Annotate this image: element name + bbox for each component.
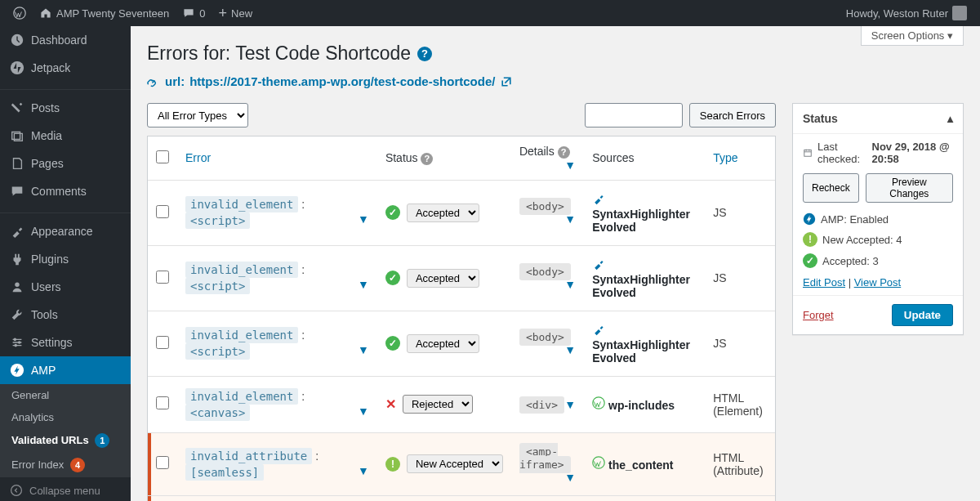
errors-table: Error Status ? Details ?▼ Sources Type i… (147, 136, 776, 501)
url-link[interactable]: https://2017-theme.amp-wp.org/test-code-… (189, 74, 495, 88)
col-sources: Sources (584, 136, 705, 181)
expand-row-toggle[interactable]: ▼ (358, 343, 369, 356)
sidebar-sub-error-index[interactable]: Error Index 4 (0, 453, 131, 477)
svg-point-8 (11, 485, 22, 496)
row-checkbox[interactable] (156, 456, 169, 469)
sidebar-item-amp[interactable]: AMP (0, 356, 131, 384)
row-checkbox[interactable] (156, 336, 169, 349)
sidebar-sub-validated-urls[interactable]: Validated URLs 1 (0, 428, 131, 453)
error-code: invalid_element (185, 327, 298, 343)
error-element: <script> (185, 278, 250, 294)
plugin-icon (592, 323, 605, 336)
last-checked: Last checked: Nov 29, 2018 @ 20:58 (803, 141, 953, 165)
sidebar-item-comments[interactable]: Comments (0, 177, 131, 205)
wordpress-icon (592, 456, 605, 469)
forget-link[interactable]: Forget (803, 309, 834, 321)
view-post-link[interactable]: View Post (854, 276, 902, 289)
error-element: <script> (185, 343, 250, 360)
howdy-user[interactable]: Howdy, Weston Ruter (840, 0, 973, 26)
error-code: invalid_element (185, 196, 298, 212)
sidebar-item-dashboard[interactable]: Dashboard (0, 26, 131, 54)
link-icon (147, 75, 160, 88)
error-element: <script> (185, 212, 250, 229)
status-select[interactable]: Accepted (407, 269, 479, 288)
wp-logo[interactable] (7, 0, 33, 26)
svg-point-2 (11, 61, 24, 74)
alert-icon: ! (385, 457, 400, 472)
amp-icon (803, 212, 816, 226)
row-checkbox[interactable] (156, 396, 169, 409)
new-accepted-icon: ! (803, 232, 817, 247)
row-checkbox[interactable] (156, 205, 169, 218)
error-element: <canvas> (185, 405, 250, 421)
search-errors-button[interactable]: Search Errors (689, 103, 776, 127)
error-code: invalid_element (185, 262, 298, 278)
site-home[interactable]: AMP Twenty Seventeen (33, 0, 176, 26)
comments-bubble[interactable]: 0 (176, 0, 212, 26)
preview-changes-button[interactable]: Preview Changes (866, 173, 953, 203)
svg-point-3 (15, 283, 19, 287)
status-select[interactable]: New Accepted (407, 454, 503, 473)
table-row: invalid_element : <canvas>▼✕Rejected<div… (148, 377, 775, 433)
expand-details-toggle[interactable]: ▼ (564, 398, 576, 411)
status-select[interactable]: Accepted (407, 334, 479, 353)
external-link-icon[interactable] (500, 75, 513, 88)
error-code: invalid_attribute (185, 448, 312, 464)
source-name: SyntaxHighlighter Evolved (592, 338, 690, 365)
error-type: HTML (Element) (705, 377, 775, 433)
detail-tag: <body> (519, 198, 571, 215)
sidebar-sub-analytics[interactable]: Analytics (0, 406, 131, 428)
update-button[interactable]: Update (892, 304, 953, 326)
sidebar-item-settings[interactable]: Settings (0, 329, 131, 356)
sidebar-item-pages[interactable]: Pages (0, 150, 131, 177)
svg-rect-13 (804, 150, 811, 156)
detail-tag: <div> (519, 396, 564, 414)
error-type: JS (705, 181, 775, 246)
error-type-filter[interactable]: All Error Types (147, 103, 248, 127)
expand-row-toggle[interactable]: ▼ (358, 278, 369, 291)
badge-count: 4 (70, 458, 85, 472)
sidebar-item-users[interactable]: Users (0, 273, 131, 301)
svg-point-4 (14, 338, 17, 342)
detail-tag: <amp-iframe> (519, 443, 571, 473)
row-checkbox[interactable] (156, 271, 169, 284)
expand-row-toggle[interactable]: ▼ (358, 405, 369, 418)
sidebar-item-plugins[interactable]: Plugins (0, 245, 131, 273)
search-input[interactable] (585, 103, 683, 127)
recheck-button[interactable]: Recheck (803, 173, 859, 203)
source-name: wp-includes (608, 399, 675, 412)
source-name: the_content (608, 459, 673, 472)
sidebar-item-appearance[interactable]: Appearance (0, 217, 131, 245)
plugin-icon (592, 192, 605, 205)
error-type: HTML (Attribute) (705, 433, 775, 496)
select-all-checkbox[interactable] (156, 150, 169, 163)
sidebar-sub-general[interactable]: General (0, 384, 131, 406)
sidebar-item-tools[interactable]: Tools (0, 301, 131, 329)
status-select[interactable]: Rejected (403, 395, 473, 414)
source-name: SyntaxHighlighter Evolved (592, 208, 690, 234)
sidebar-item-jetpack[interactable]: Jetpack (0, 54, 131, 82)
x-icon: ✕ (385, 396, 396, 412)
error-type: JS (705, 246, 775, 311)
status-select[interactable]: Accepted (407, 204, 479, 222)
status-panel: Status▴ Last checked: Nov 29, 2018 @ 20:… (792, 103, 964, 335)
sidebar-item-posts[interactable]: Posts (0, 94, 131, 122)
badge-count: 1 (95, 433, 109, 448)
help-icon[interactable]: ? (421, 153, 433, 165)
expand-row-toggle[interactable]: ▼ (358, 464, 369, 477)
new-content[interactable]: +New (212, 0, 260, 26)
svg-point-6 (14, 344, 17, 347)
panel-toggle[interactable]: ▴ (947, 112, 953, 125)
expand-row-toggle[interactable]: ▼ (358, 212, 369, 226)
help-icon[interactable]: ? (417, 47, 432, 61)
collapse-menu[interactable]: Collapse menu (0, 477, 131, 501)
chevron-down-icon[interactable]: ▼ (564, 159, 576, 172)
help-icon[interactable]: ? (558, 146, 570, 159)
col-type[interactable]: Type (705, 136, 775, 181)
table-row: invalid_element : <script>▼✓Accepted<bod… (148, 246, 775, 311)
edit-post-link[interactable]: Edit Post (803, 276, 845, 289)
screen-options-toggle[interactable]: Screen Options ▾ (861, 26, 964, 46)
sidebar-item-media[interactable]: Media (0, 122, 131, 150)
accepted-icon: ✓ (803, 253, 817, 268)
col-error[interactable]: Error (177, 136, 377, 181)
